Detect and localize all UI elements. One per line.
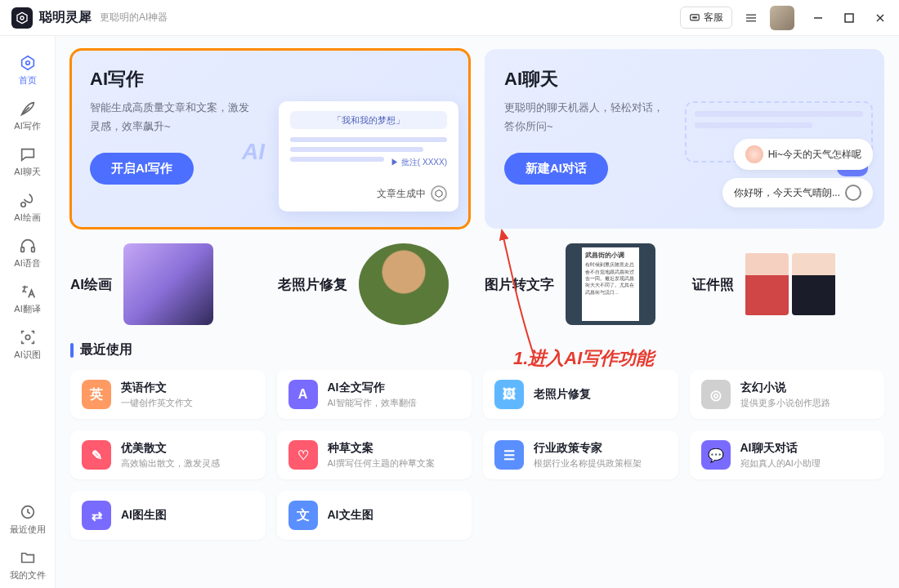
card-title: 老照片修复: [278, 275, 347, 294]
bubble-text: 你好呀，今天天气晴朗...: [734, 186, 840, 200]
feature-photo-restore[interactable]: 老照片修复: [278, 243, 471, 325]
nav-label: AI写作: [14, 120, 40, 132]
ai-badge: AI: [242, 139, 265, 165]
recent-tile[interactable]: A AI全文写作 AI智能写作，效率翻倍: [277, 370, 472, 419]
tile-sub: 一键创作英文作文: [121, 397, 193, 409]
tile-sub: 提供更多小说创作思路: [740, 397, 830, 409]
svg-point-5: [695, 16, 696, 17]
hero-title: AI聊天: [504, 67, 868, 91]
hero-desc: 更聪明的聊天机器人，轻松对话，答你所问~: [504, 98, 668, 136]
recent-tile[interactable]: 英 英语作文 一键创作英文作文: [70, 370, 266, 419]
hex-icon: [431, 185, 447, 202]
feature-img-to-text[interactable]: 图片转文字 武昌街的小调有时候到重庆随意走总会不自觉地跟武昌街过去一回。最近发现…: [485, 243, 678, 325]
tile-icon: 💬: [701, 440, 731, 470]
preview-mark: ▶ 批注( XXXX): [391, 157, 447, 168]
nav-home[interactable]: 首页: [5, 47, 51, 93]
thumbnail-image: [123, 243, 213, 325]
thumbnail-image: 武昌街的小调有时候到重庆随意走总会不自觉地跟武昌街过去一回。最近发现武昌街大大不…: [566, 243, 655, 325]
nav-chat[interactable]: AI聊天: [5, 139, 51, 185]
tile-title: 老照片修复: [534, 387, 591, 402]
recent-tile[interactable]: 文 AI文生图: [277, 491, 472, 540]
tile-icon: ♡: [288, 440, 318, 470]
app-tagline: 更聪明的AI神器: [100, 11, 168, 24]
recent-tile[interactable]: ◎ 玄幻小说 提供更多小说创作思路: [690, 370, 885, 419]
nav-label: AI翻译: [14, 303, 40, 315]
new-ai-chat-button[interactable]: 新建AI对话: [504, 153, 608, 185]
recent-tile[interactable]: 💬 AI聊天对话 宛如真人的AI小助理: [690, 430, 885, 479]
feather-icon: [19, 100, 37, 118]
svg-point-19: [25, 335, 30, 340]
feature-ai-draw[interactable]: AI绘画: [70, 243, 263, 325]
nav-translate[interactable]: AI翻译: [5, 276, 51, 322]
nav-write[interactable]: AI写作: [5, 93, 51, 139]
tile-sub: 宛如真人的AI小助理: [740, 457, 821, 470]
main-content: AI写作 智能生成高质量文章和文案，激发灵感，效率飙升~ 开启AI写作 AI 「…: [56, 36, 899, 588]
doc-title: 武昌街的小调: [585, 251, 636, 260]
svg-point-3: [693, 16, 694, 17]
hero-desc: 智能生成高质量文章和文案，激发灵感，效率飙升~: [90, 98, 253, 136]
thumbnail-image: [359, 243, 449, 325]
svg-point-4: [694, 16, 695, 17]
svg-point-1: [20, 16, 24, 20]
nav-draw[interactable]: AI绘画: [5, 185, 51, 230]
recent-tile[interactable]: ✎ 优美散文 高效输出散文，激发灵感: [70, 430, 266, 479]
preview-heading: 「我和我的梦想」: [290, 111, 447, 129]
svg-rect-18: [31, 247, 34, 252]
recent-tile[interactable]: ☰ 行业政策专家 根据行业名称提供政策框架: [483, 430, 678, 479]
user-avatar[interactable]: [770, 6, 794, 30]
folder-icon: [19, 549, 37, 567]
svg-rect-10: [845, 14, 853, 22]
tile-icon: A: [288, 380, 318, 409]
recent-grid: 英 英语作文 一键创作英文作文A AI全文写作 AI智能写作，效率翻倍🖼 老照片…: [70, 370, 884, 540]
brush-icon: [19, 191, 37, 209]
hero-ai-write[interactable]: AI写作 智能生成高质量文章和文案，激发灵感，效率飙升~ 开启AI写作 AI 「…: [70, 49, 470, 229]
clock-icon: [19, 503, 37, 521]
recent-tile[interactable]: ♡ 种草文案 AI撰写任何主题的种草文案: [277, 430, 472, 479]
sidebar: 首页 AI写作 AI聊天 AI绘画 AI语音 AI翻译 AI识图 最: [0, 36, 56, 588]
nav-files[interactable]: 我的文件: [5, 542, 51, 588]
write-preview-card: 「我和我的梦想」 ▶ 批注( XXXX) 文章生成中: [279, 101, 458, 212]
hero-ai-chat[interactable]: AI聊天 更聪明的聊天机器人，轻松对话，答你所问~ 新建AI对话 Hi~今天的天…: [485, 49, 884, 229]
hero-title: AI写作: [90, 67, 454, 91]
tile-icon: ✎: [82, 440, 111, 470]
nav-recent[interactable]: 最近使用: [5, 497, 51, 542]
thumbnail-image: [745, 243, 835, 325]
app-name: 聪明灵犀: [39, 9, 92, 26]
feature-id-photo[interactable]: 证件照: [692, 243, 885, 325]
svg-point-14: [25, 61, 29, 65]
nav-label: AI聊天: [14, 166, 40, 178]
app-logo-icon: [11, 7, 33, 29]
nav-label: AI语音: [14, 257, 40, 270]
tile-icon: 🖼: [494, 380, 524, 409]
chat-bubble: Hi~今天的天气怎样呢: [734, 139, 873, 170]
tile-title: 优美散文: [121, 441, 220, 456]
tile-icon: ⇄: [82, 501, 111, 530]
chat-bubble: 你好呀，今天天气晴朗...: [722, 178, 873, 207]
section-recent-head: 最近使用: [70, 341, 884, 359]
scan-icon: [19, 328, 37, 346]
hex-icon: [19, 54, 37, 72]
nav-label: 首页: [19, 74, 37, 87]
avatar-icon: [745, 145, 763, 163]
accent-bar: [70, 343, 74, 358]
menu-icon[interactable]: [744, 11, 758, 25]
tile-sub: 根据行业名称提供政策框架: [534, 457, 642, 470]
chat-icon: [689, 12, 700, 24]
nav-voice[interactable]: AI语音: [5, 230, 51, 276]
customer-service-label: 客服: [704, 11, 723, 24]
tile-title: AI聊天对话: [740, 441, 821, 456]
customer-service-button[interactable]: 客服: [680, 7, 732, 29]
tile-icon: ☰: [494, 440, 524, 470]
close-icon[interactable]: [873, 11, 888, 25]
nav-ocr[interactable]: AI识图: [5, 322, 51, 368]
recent-tile[interactable]: 🖼 老照片修复: [483, 370, 678, 419]
maximize-icon[interactable]: [842, 11, 857, 25]
tile-sub: AI撰写任何主题的种草文案: [328, 457, 435, 470]
chat-icon: [19, 145, 37, 163]
minimize-icon[interactable]: [811, 11, 825, 25]
tile-title: 玄幻小说: [740, 381, 830, 395]
recent-tile[interactable]: ⇄ AI图生图: [70, 491, 266, 540]
headphone-icon: [19, 237, 37, 255]
start-ai-write-button[interactable]: 开启AI写作: [90, 153, 194, 185]
titlebar: 聪明灵犀 更聪明的AI神器 客服: [0, 0, 899, 36]
